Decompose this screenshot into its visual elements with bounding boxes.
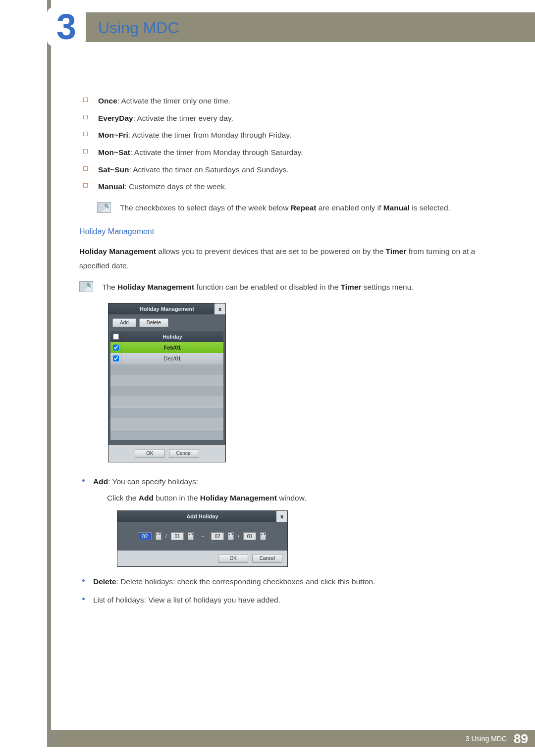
timer-option: Sat~Sun: Activate the timer on Saturdays… [98, 163, 481, 177]
note-text: The checkboxes to select days of the wee… [120, 201, 450, 215]
hm-row-empty [110, 386, 223, 397]
note-repeat-manual: The checkboxes to select days of the wee… [97, 201, 481, 215]
left-accent-bar [47, 0, 51, 756]
footer-page-number: 89 [514, 731, 528, 747]
ah-start-day-field[interactable]: 01 [171, 532, 184, 540]
hm-row[interactable]: Dec/01 [110, 353, 223, 364]
close-icon[interactable]: x [214, 303, 225, 314]
hm-delete-button[interactable]: Delete [139, 318, 168, 327]
spinner-icon[interactable]: ▲▼ [228, 532, 234, 540]
hm-row-label: Dec/01 [121, 353, 223, 364]
hm-row-empty [110, 397, 223, 407]
timer-option: EveryDay: Activate the timer every day. [98, 111, 481, 126]
hm-row-label: Feb/01 [121, 342, 223, 353]
hm-header-checkbox-cell [110, 331, 121, 342]
hm-row-checkbox[interactable] [113, 355, 119, 361]
ah-title-label: Add Holiday [186, 513, 218, 519]
ah-start-month-field[interactable]: 02 [139, 532, 152, 540]
hm-title-label: Holiday Management [140, 306, 194, 312]
hm-row-empty [110, 364, 223, 375]
chapter-number: 3 [56, 9, 76, 45]
list-bullet: List of holidays: View a list of holiday… [93, 593, 481, 607]
chapter-badge: 3 [47, 7, 86, 46]
hm-title-bar: Holiday Management x [108, 303, 225, 314]
timer-option: Manual: Customize days of the week. [98, 180, 481, 194]
delete-bullet: Delete: Delete holidays: check the corre… [93, 575, 481, 589]
hm-add-button[interactable]: Add [112, 318, 136, 327]
timer-option: Mon~Fri: Activate the timer from Monday … [98, 128, 481, 143]
page-footer: 3 Using MDC 89 [51, 730, 535, 747]
page-content: Once: Activate the timer only one time. … [79, 94, 481, 611]
footer-label: 3 Using MDC [466, 735, 507, 743]
hm-row-empty [110, 407, 223, 418]
hm-row-empty [110, 418, 223, 429]
hm-footer: OK Cancel [108, 445, 225, 462]
spinner-icon[interactable]: ▲▼ [156, 532, 161, 540]
hm-row-checkbox[interactable] [113, 345, 119, 351]
add-bullet: Add: You can specify holidays: Click the… [93, 475, 481, 567]
add-holiday-dialog: Add Holiday x 02 ▲▼ / 01 ▲▼ ~ 02 ▲▼ / 01… [117, 510, 288, 567]
timer-option: Mon~Sat: Activate the timer from Monday … [98, 146, 481, 160]
slash-separator: / [238, 531, 239, 542]
holiday-note: The Holiday Management function can be e… [79, 280, 481, 295]
ah-ok-button[interactable]: OK [218, 554, 248, 563]
ah-end-month-field[interactable]: 02 [211, 532, 224, 540]
spinner-icon[interactable]: ▲▼ [260, 532, 266, 540]
holiday-paragraph: Holiday Management allows you to prevent… [79, 245, 481, 273]
note-text: The Holiday Management function can be e… [102, 280, 414, 295]
hm-select-all-checkbox[interactable] [113, 334, 119, 340]
hm-header-label: Holiday [121, 331, 223, 342]
ah-cancel-button[interactable]: Cancel [252, 554, 282, 563]
holiday-heading: Holiday Management [79, 224, 481, 239]
holiday-bullet-list: Add: You can specify holidays: Click the… [79, 475, 481, 607]
hm-row-empty [110, 375, 223, 386]
hm-row-empty [110, 429, 223, 440]
slash-separator: / [165, 531, 167, 542]
ah-footer: OK Cancel [117, 551, 287, 566]
note-icon [79, 281, 93, 292]
note-icon [97, 202, 111, 213]
hm-ok-button[interactable]: OK [135, 449, 164, 458]
ah-title-bar: Add Holiday x [117, 511, 287, 522]
ah-end-day-field[interactable]: 01 [243, 532, 256, 540]
hm-toolbar: Add Delete [108, 314, 225, 331]
hm-table: Holiday Feb/01 Dec/01 [110, 331, 223, 440]
tilde-separator: ~ [201, 531, 204, 542]
hm-cancel-button[interactable]: Cancel [169, 449, 199, 458]
hm-header-row: Holiday [110, 331, 223, 342]
timer-option: Once: Activate the timer only one time. [98, 94, 481, 108]
holiday-management-dialog: Holiday Management x Add Delete Holiday … [108, 303, 226, 462]
add-bullet-line2: Click the Add button in the Holiday Mana… [93, 491, 481, 505]
timer-options-list: Once: Activate the timer only one time. … [79, 94, 481, 194]
close-icon[interactable]: x [276, 511, 287, 522]
ah-body: 02 ▲▼ / 01 ▲▼ ~ 02 ▲▼ / 01 ▲▼ [117, 522, 287, 551]
spinner-icon[interactable]: ▲▼ [188, 532, 194, 540]
hm-row[interactable]: Feb/01 [110, 342, 223, 353]
chapter-title: Using MDC [98, 19, 179, 37]
